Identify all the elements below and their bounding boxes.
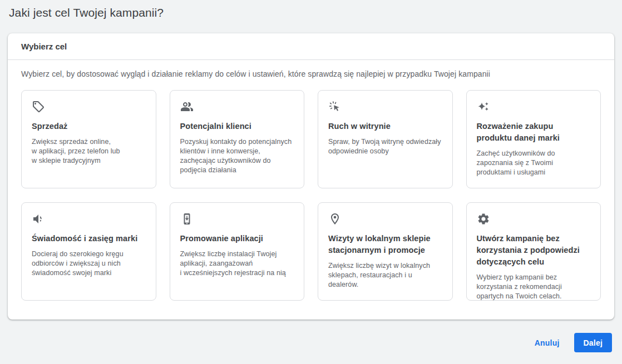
goal-description: Spraw, by Twoją witrynę odwiedzały odpow…	[328, 137, 442, 156]
goal-description: Zachęć użytkowników do zapoznania się z …	[477, 149, 591, 177]
tag-icon	[32, 100, 45, 113]
goal-description: Zwiększ liczbę instalacji Twojej aplikac…	[180, 250, 294, 278]
goal-card-no-goal-guidance[interactable]: Utwórz kampanię bez korzystania z podpow…	[466, 202, 601, 301]
location-pin-icon	[328, 212, 342, 226]
speaker-icon	[32, 212, 45, 226]
goal-title: Rozważenie zakupu produktu danej marki	[477, 121, 591, 144]
goal-description: Zwiększ sprzedaż online, w aplikacji, pr…	[32, 137, 146, 166]
gear-icon	[477, 212, 490, 226]
goal-card-sales[interactable]: Sprzedaż Zwiększ sprzedaż online, w apli…	[21, 90, 156, 188]
goal-description: Zwiększ liczbę wizyt w lokalnych sklepac…	[328, 261, 442, 290]
goal-title: Utwórz kampanię bez korzystania z podpow…	[477, 233, 591, 268]
next-button[interactable]: Dalej	[574, 333, 612, 352]
sparkles-icon	[477, 100, 490, 113]
goal-title: Promowanie aplikacji	[180, 233, 294, 245]
panel-subtitle: Wybierz cel, by dostosować wygląd i dzia…	[21, 69, 601, 78]
goal-description: Wybierz typ kampanii bez korzystania z r…	[477, 273, 591, 301]
panel-header: Wybierz cel	[8, 33, 614, 60]
goals-grid: Sprzedaż Zwiększ sprzedaż online, w apli…	[21, 90, 601, 301]
goal-description: Docieraj do szerokiego kręgu odbiorców i…	[32, 250, 146, 278]
choose-goal-panel: Wybierz cel Wybierz cel, by dostosować w…	[8, 33, 614, 320]
footer-actions: Anuluj Dalej	[526, 333, 612, 352]
goal-title: Ruch w witrynie	[328, 121, 442, 132]
goal-title: Potencjalni klienci	[180, 121, 294, 132]
goal-card-website-traffic[interactable]: Ruch w witrynie Spraw, by Twoją witrynę …	[318, 90, 453, 188]
app-install-icon	[180, 212, 194, 226]
goal-title: Świadomość i zasięg marki	[32, 233, 146, 245]
goal-description: Pozyskuj kontakty do potencjalnych klien…	[180, 137, 294, 175]
panel-header-title: Wybierz cel	[21, 42, 67, 51]
cursor-click-icon	[328, 100, 342, 113]
goal-card-leads[interactable]: Potencjalni klienci Pozyskuj kontakty do…	[170, 90, 305, 188]
goal-card-app-promotion[interactable]: Promowanie aplikacji Zwiększ liczbę inst…	[170, 202, 305, 301]
goal-title: Sprzedaż	[32, 121, 146, 132]
panel-body: Wybierz cel, by dostosować wygląd i dzia…	[8, 60, 614, 301]
people-icon	[180, 100, 194, 113]
goal-card-brand-awareness[interactable]: Świadomość i zasięg marki Docieraj do sz…	[21, 202, 156, 301]
goal-card-local-store-visits[interactable]: Wizyty w lokalnym sklepie stacjonarnym i…	[318, 202, 453, 301]
page-title: Jaki jest cel Twojej kampanii?	[9, 6, 164, 19]
goal-card-product-consideration[interactable]: Rozważenie zakupu produktu danej marki Z…	[466, 90, 601, 188]
goal-title: Wizyty w lokalnym sklepie stacjonarnym i…	[328, 233, 442, 256]
cancel-button[interactable]: Anuluj	[526, 334, 569, 352]
